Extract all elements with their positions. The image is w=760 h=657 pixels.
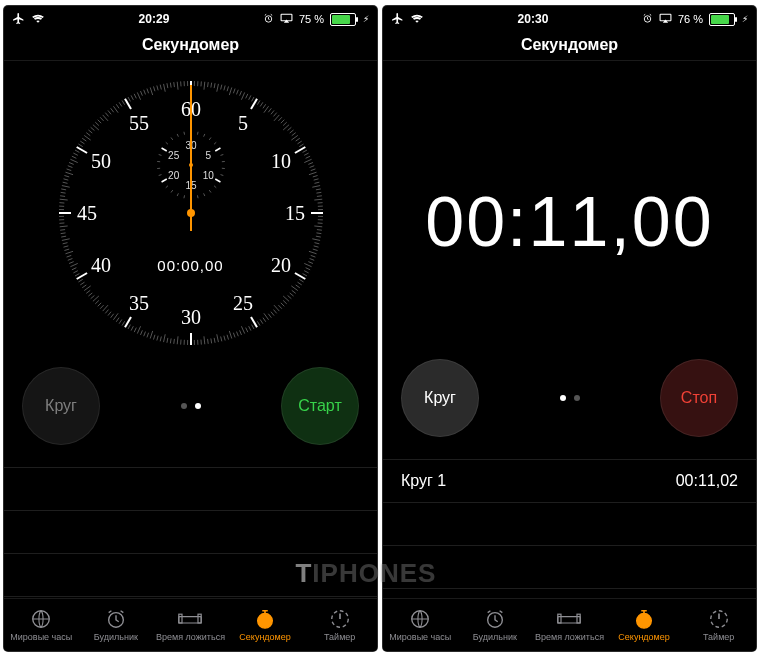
svg-line-33 bbox=[283, 122, 287, 125]
svg-line-26 bbox=[263, 106, 268, 112]
tab-world-clock[interactable]: Мировые часы bbox=[383, 599, 458, 651]
tab-alarm[interactable]: Будильник bbox=[79, 599, 154, 651]
svg-line-98 bbox=[263, 313, 268, 319]
svg-line-187 bbox=[60, 196, 65, 197]
svg-line-204 bbox=[80, 141, 84, 144]
svg-line-35 bbox=[287, 127, 291, 130]
svg-line-213 bbox=[100, 117, 103, 121]
phone-right: 20:30 76 % ⚡︎ Секундомер 00:11,00 Круг bbox=[383, 6, 756, 651]
start-button[interactable]: Старт bbox=[281, 367, 359, 445]
svg-line-140 bbox=[131, 326, 133, 330]
world-clock-icon bbox=[408, 608, 432, 630]
svg-line-100 bbox=[260, 320, 263, 324]
svg-line-55 bbox=[315, 189, 320, 190]
svg-line-49 bbox=[310, 169, 315, 171]
svg-line-257 bbox=[209, 137, 211, 139]
analog-stopwatch[interactable]: 6051015202530354045505530510152025 00:00… bbox=[51, 73, 331, 353]
tab-timer[interactable]: Таймер bbox=[302, 599, 377, 651]
svg-text:45: 45 bbox=[77, 202, 97, 224]
svg-line-117 bbox=[207, 339, 208, 344]
lap-button[interactable]: Круг bbox=[22, 367, 100, 445]
svg-line-282 bbox=[177, 134, 178, 137]
tab-label: Мировые часы bbox=[10, 632, 72, 642]
svg-line-69 bbox=[315, 236, 320, 237]
svg-rect-297 bbox=[179, 614, 182, 623]
svg-line-238 bbox=[177, 82, 178, 90]
svg-line-6 bbox=[203, 82, 204, 90]
svg-text:25: 25 bbox=[233, 292, 253, 314]
svg-line-176 bbox=[60, 233, 65, 234]
svg-line-68 bbox=[316, 233, 321, 234]
stop-button[interactable]: Стоп bbox=[660, 359, 738, 437]
svg-line-144 bbox=[119, 320, 122, 324]
tab-label: Время ложиться bbox=[535, 632, 604, 642]
svg-line-20 bbox=[248, 95, 250, 99]
svg-point-293 bbox=[187, 209, 195, 217]
svg-line-200 bbox=[73, 153, 77, 155]
wifi-icon bbox=[31, 13, 45, 25]
tab-alarm[interactable]: Будильник bbox=[458, 599, 533, 651]
lap-row: .. bbox=[4, 511, 377, 554]
svg-line-41 bbox=[299, 144, 303, 147]
svg-line-229 bbox=[146, 89, 148, 94]
charging-icon: ⚡︎ bbox=[742, 14, 748, 24]
svg-line-149 bbox=[105, 310, 108, 314]
tab-bedtime[interactable]: Время ложиться bbox=[532, 599, 607, 651]
svg-line-50 bbox=[308, 172, 316, 174]
svg-line-73 bbox=[312, 249, 317, 250]
battery-icon bbox=[330, 13, 356, 26]
alarm-icon bbox=[483, 608, 507, 630]
lap-button[interactable]: Круг bbox=[401, 359, 479, 437]
svg-line-158 bbox=[84, 286, 90, 291]
svg-line-38 bbox=[291, 135, 297, 140]
airplane-mode-icon bbox=[12, 12, 25, 27]
svg-line-268 bbox=[197, 195, 198, 198]
svg-text:55: 55 bbox=[129, 112, 149, 134]
svg-line-270 bbox=[183, 195, 184, 198]
svg-line-272 bbox=[171, 190, 173, 192]
tab-label: Секундомер bbox=[239, 632, 290, 642]
timer-icon bbox=[328, 608, 352, 630]
svg-line-157 bbox=[86, 290, 90, 293]
svg-line-212 bbox=[97, 120, 101, 124]
tab-stopwatch[interactable]: Секундомер bbox=[228, 599, 303, 651]
page-title: Секундомер bbox=[4, 36, 377, 54]
svg-line-129 bbox=[166, 338, 167, 343]
tab-bedtime[interactable]: Время ложиться bbox=[153, 599, 228, 651]
tab-bar: Мировые часыБудильникВремя ложитьсяСекун… bbox=[4, 598, 377, 651]
svg-line-52 bbox=[313, 179, 318, 180]
svg-line-208 bbox=[88, 130, 92, 133]
svg-line-105 bbox=[245, 328, 247, 333]
page-indicator[interactable] bbox=[181, 403, 201, 409]
page-indicator[interactable] bbox=[560, 395, 580, 401]
tab-timer[interactable]: Таймер bbox=[681, 599, 756, 651]
svg-line-108 bbox=[236, 332, 238, 337]
svg-line-113 bbox=[220, 336, 221, 341]
svg-line-28 bbox=[270, 110, 273, 114]
svg-rect-306 bbox=[558, 614, 561, 623]
svg-line-221 bbox=[122, 100, 125, 104]
svg-line-16 bbox=[236, 90, 238, 95]
svg-text:10: 10 bbox=[202, 170, 214, 181]
svg-line-193 bbox=[64, 176, 69, 177]
svg-line-139 bbox=[134, 328, 136, 333]
svg-line-96 bbox=[270, 312, 273, 316]
svg-line-206 bbox=[84, 135, 90, 140]
svg-line-94 bbox=[273, 305, 278, 311]
svg-line-128 bbox=[170, 338, 171, 343]
svg-line-264 bbox=[215, 179, 220, 182]
svg-line-274 bbox=[161, 179, 166, 182]
tab-world-clock[interactable]: Мировые часы bbox=[4, 599, 79, 651]
tab-stopwatch[interactable]: Секундомер bbox=[607, 599, 682, 651]
svg-line-106 bbox=[241, 326, 244, 333]
svg-line-66 bbox=[314, 226, 322, 227]
svg-text:15: 15 bbox=[285, 202, 305, 224]
svg-line-196 bbox=[67, 166, 72, 168]
svg-line-148 bbox=[107, 312, 110, 316]
svg-line-116 bbox=[210, 338, 211, 343]
digital-readout-large[interactable]: 00:11,00 bbox=[383, 187, 756, 257]
svg-line-53 bbox=[314, 182, 319, 183]
svg-rect-307 bbox=[577, 614, 580, 623]
svg-line-57 bbox=[316, 196, 321, 197]
svg-line-177 bbox=[60, 230, 65, 231]
